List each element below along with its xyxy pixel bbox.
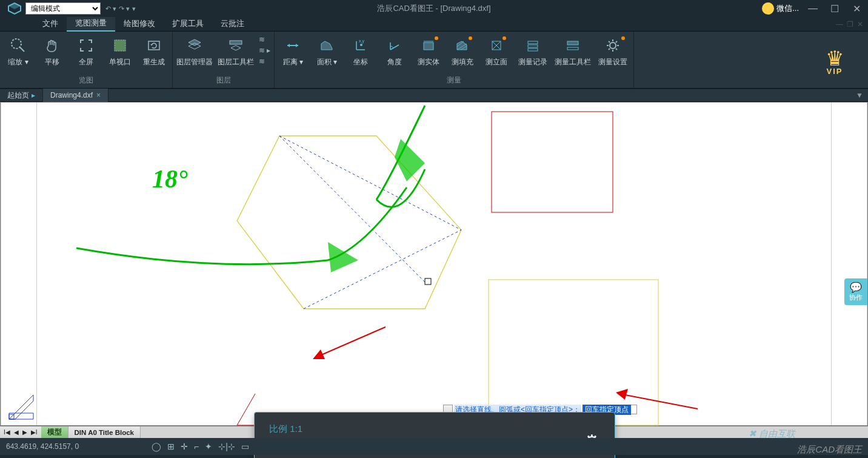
close-icon[interactable]: × <box>96 91 101 99</box>
prev-layout-icon[interactable]: ◀ <box>13 429 20 436</box>
zoom-icon <box>8 35 28 56</box>
status-osnap-icon[interactable]: ⊹|⊹ <box>218 442 235 451</box>
doc-tab-dropdown[interactable]: ▼ <box>856 91 868 99</box>
minimize-button[interactable]: — <box>805 3 821 14</box>
menu-edit-draw[interactable]: 绘图修改 <box>115 17 164 32</box>
svg-marker-1 <box>8 3 21 9</box>
tool-coord[interactable]: x,y 坐标 <box>346 35 375 67</box>
svg-marker-8 <box>189 39 201 45</box>
doc-tab-start[interactable]: 起始页 ▸ <box>0 89 43 102</box>
svg-line-45 <box>304 230 461 309</box>
record-icon <box>522 35 543 56</box>
wechat-badge[interactable]: 微信... <box>762 2 799 15</box>
qat-redo-icon[interactable]: ↷ ▾ <box>119 5 130 13</box>
status-toggles: ◯ ⊞ ✛ ⌐ ✦ ⊹|⊹ ▭ <box>152 442 249 451</box>
qat-more-icon[interactable]: ▾ <box>132 5 136 13</box>
tool-fullscreen[interactable]: 全屏 <box>72 35 101 67</box>
svg-point-17 <box>360 44 362 46</box>
status-grid-icon[interactable]: ⊞ <box>167 442 175 451</box>
svg-rect-49 <box>425 278 431 285</box>
scale-ratio-label: 比例 1:1 <box>269 423 600 435</box>
last-layout-icon[interactable]: ▶I <box>30 429 39 436</box>
ribbon-vip[interactable]: ♛ VIP <box>807 32 868 88</box>
fullscreen-icon <box>76 35 96 56</box>
svg-rect-26 <box>528 49 538 51</box>
mdi-restore-icon[interactable]: ❐ <box>847 20 853 29</box>
tool-measure-toolbar[interactable]: 测量工具栏 <box>555 35 591 67</box>
ribbon-group-measure: 距离 ▾ 面积 ▾ x,y 坐标 角度 测实体 测填充 <box>275 32 634 88</box>
first-layout-icon[interactable]: I◀ <box>2 429 12 436</box>
layer-stack-icon-2[interactable]: ≋ ▸ <box>259 46 270 55</box>
tool-single-viewport[interactable]: 单视口 <box>105 35 135 67</box>
svg-point-29 <box>610 42 616 49</box>
menu-file[interactable]: 文件 <box>34 17 67 32</box>
chat-icon: 💬 <box>850 281 862 293</box>
angle-icon <box>384 35 405 56</box>
svg-line-34 <box>609 41 610 42</box>
status-ortho-icon[interactable]: ⌐ <box>194 442 199 451</box>
watermark-logo: ✖ 自由互联 <box>749 428 795 440</box>
tool-distance[interactable]: 距离 ▾ <box>278 35 307 67</box>
mode-select[interactable]: 编辑模式 <box>25 2 101 15</box>
svg-point-2 <box>12 39 21 49</box>
wechat-label: 微信... <box>776 3 799 14</box>
qat-undo-icon[interactable]: ↶ ▾ <box>105 5 116 13</box>
svg-line-44 <box>279 136 461 230</box>
collab-float-button[interactable]: 💬 协作 <box>844 278 867 305</box>
tool-measure-settings[interactable]: 测量设置 <box>596 35 630 67</box>
tool-record[interactable]: 测量记录 <box>516 35 550 67</box>
tool-layer-manager[interactable]: 图层管理器 <box>176 35 213 67</box>
menu-view-measure[interactable]: 览图测量 <box>67 17 115 32</box>
svg-marker-54 <box>9 395 33 419</box>
maximize-button[interactable]: ☐ <box>827 3 843 15</box>
layer-stack-icon-3[interactable]: ≋ <box>259 57 270 66</box>
drawing-canvas[interactable]: 18° 请选择直线、圆弧或<回车指定顶点>： 回车指定顶点 比例 1:1 角度 … <box>0 102 868 426</box>
layers-icon <box>184 35 205 56</box>
svg-text:18°: 18° <box>152 165 188 193</box>
close-button[interactable]: ✕ <box>849 3 864 15</box>
tab-layout-1[interactable]: DIN A0 Title Block <box>68 426 141 439</box>
svg-rect-4 <box>115 40 125 51</box>
layout-nav-arrows: I◀ ◀ ▶ ▶I <box>0 429 41 436</box>
tool-elevation[interactable]: 测立面 <box>482 35 511 67</box>
viewport-icon <box>110 35 130 56</box>
mdi-minimize-icon[interactable]: — <box>836 20 843 29</box>
status-polar-icon[interactable]: ✦ <box>205 442 212 451</box>
status-lwt-icon[interactable]: ▭ <box>241 442 249 451</box>
status-btn-1[interactable]: ◯ <box>152 442 161 451</box>
svg-rect-27 <box>567 41 578 45</box>
tool-fill[interactable]: 测填充 <box>448 35 477 67</box>
next-layout-icon[interactable]: ▶ <box>21 429 28 436</box>
svg-rect-39 <box>489 280 658 425</box>
menu-ext-tools[interactable]: 扩展工具 <box>164 17 212 32</box>
app-logo <box>4 1 25 16</box>
svg-rect-28 <box>567 47 578 50</box>
crown-icon: ♛ <box>826 50 844 67</box>
svg-line-40 <box>237 394 255 425</box>
tool-layer-toolbar[interactable]: 图层工具栏 <box>218 35 254 67</box>
status-snap-icon[interactable]: ✛ <box>181 442 188 451</box>
menu-cloud-annotate[interactable]: 云批注 <box>212 17 253 32</box>
mdi-close-icon[interactable]: ✕ <box>857 20 863 29</box>
svg-rect-10 <box>230 41 242 44</box>
tool-zoom[interactable]: 缩放 ▾ <box>4 35 33 67</box>
status-bar: 643.4619, 424.5157, 0 ◯ ⊞ ✛ ⌐ ✦ ⊹|⊹ ▭ <box>0 438 868 455</box>
tab-model[interactable]: 模型 <box>41 426 68 439</box>
svg-marker-13 <box>287 44 290 47</box>
title-bar: 编辑模式 ↶ ▾ ↷ ▾ ▾ 浩辰CAD看图王 - [Drawing4.dxf]… <box>0 0 868 17</box>
doc-tab-current[interactable]: Drawing4.dxf× <box>43 89 109 102</box>
svg-marker-14 <box>296 44 298 47</box>
quick-access-toolbar: ↶ ▾ ↷ ▾ ▾ <box>105 5 136 13</box>
window-title: 浩辰CAD看图王 - [Drawing4.dxf] <box>377 3 490 14</box>
layer-stack-icon-1[interactable]: ≋ <box>259 35 270 44</box>
svg-line-36 <box>616 41 617 42</box>
gear-icon <box>603 35 623 56</box>
regen-icon <box>144 35 164 56</box>
document-tabs: 起始页 ▸ Drawing4.dxf× ▼ <box>0 89 868 102</box>
tool-entity[interactable]: 测实体 <box>414 35 443 67</box>
tool-area[interactable]: 面积 ▾ <box>312 35 341 67</box>
tool-pan[interactable]: 平移 <box>38 35 67 67</box>
tool-angle[interactable]: 角度 <box>380 35 409 67</box>
tool-regen[interactable]: 重生成 <box>139 35 169 67</box>
svg-line-37 <box>609 49 610 50</box>
